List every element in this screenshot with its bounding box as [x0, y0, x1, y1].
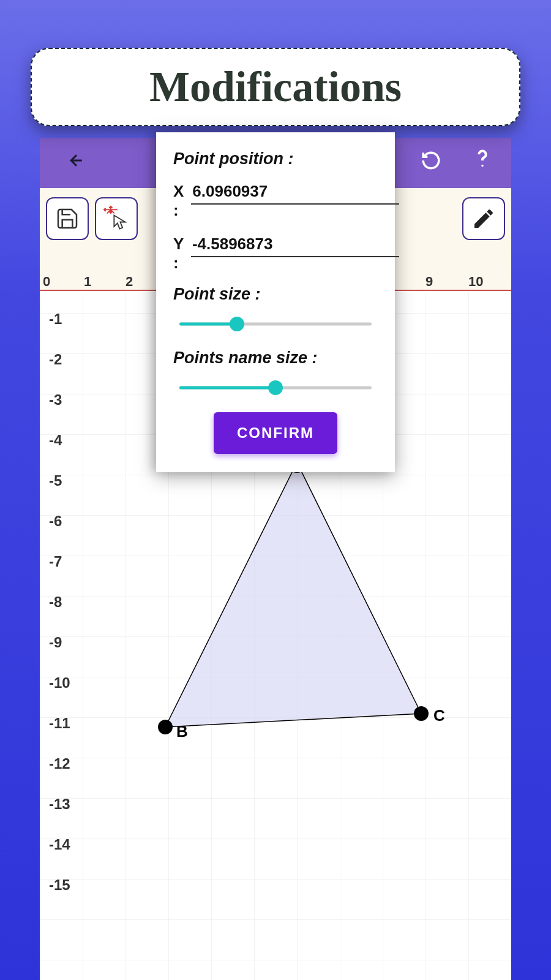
x-tick: 10 [468, 274, 483, 290]
name-size-slider[interactable] [179, 379, 372, 397]
y-row: Y : [173, 232, 378, 273]
help-icon[interactable] [472, 147, 493, 179]
y-tick: -2 [49, 351, 62, 368]
y-tick: -3 [49, 391, 62, 409]
y-tick: -9 [49, 634, 62, 651]
x-tick: 1 [84, 274, 91, 290]
point-size-label: Point size : [173, 285, 378, 304]
x-row: X : [173, 179, 378, 220]
undo-icon[interactable] [421, 150, 441, 176]
y-tick: -14 [49, 836, 70, 853]
y-tick: -11 [49, 715, 70, 732]
svg-point-9 [414, 706, 429, 721]
page-title: Modifications [149, 62, 402, 111]
point-size-slider[interactable] [179, 315, 372, 333]
y-tick: -5 [49, 472, 62, 489]
y-tick: -8 [49, 594, 62, 611]
x-tick: 0 [43, 274, 50, 290]
slider-thumb[interactable] [230, 317, 244, 331]
y-label: Y : [173, 235, 184, 273]
y-tick: -13 [49, 796, 70, 813]
svg-text:C: C [433, 706, 445, 725]
svg-point-0 [481, 164, 483, 166]
title-card: Modifications [31, 48, 520, 126]
header-actions [421, 147, 493, 179]
y-tick: -15 [49, 876, 70, 894]
confirm-button[interactable]: CONFIRM [214, 412, 337, 454]
y-input[interactable] [191, 232, 399, 257]
y-tick: -12 [49, 755, 70, 772]
move-button[interactable] [95, 197, 138, 240]
svg-text:B: B [176, 722, 188, 741]
x-input[interactable] [191, 179, 399, 205]
y-tick: -10 [49, 674, 70, 692]
x-tick: 9 [425, 274, 433, 290]
y-tick: -1 [49, 311, 62, 328]
save-button[interactable] [46, 197, 89, 240]
y-tick: -7 [49, 553, 62, 570]
slider-thumb[interactable] [268, 380, 283, 395]
position-label: Point position : [173, 149, 378, 168]
svg-point-7 [158, 720, 173, 734]
back-icon[interactable] [67, 151, 86, 175]
y-tick: -6 [49, 513, 62, 530]
x-label: X : [173, 182, 184, 220]
point-edit-modal: Point position : X : Y : Point size : Po… [156, 132, 395, 472]
name-size-label: Points name size : [173, 349, 378, 368]
y-tick: -4 [49, 432, 62, 449]
x-tick: 2 [126, 274, 133, 290]
edit-button[interactable] [462, 197, 505, 240]
